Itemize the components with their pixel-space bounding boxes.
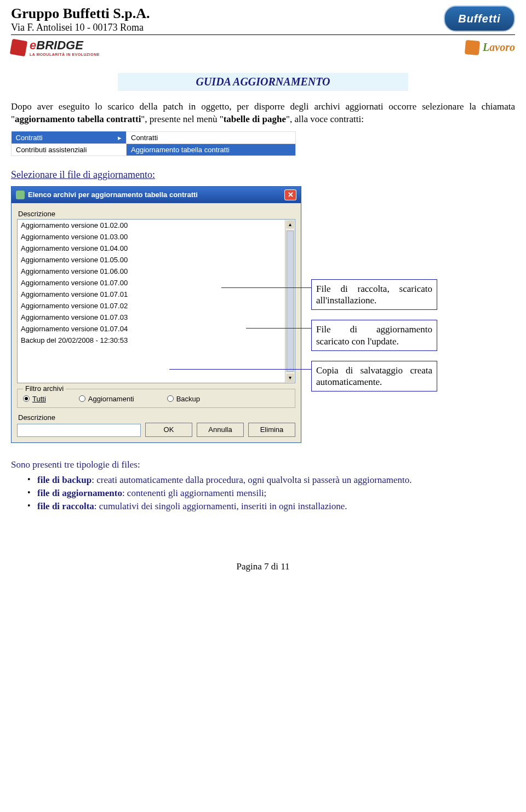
titlebar-left: Elenco archivi per aggiornamento tabella… bbox=[16, 191, 198, 199]
callout-line bbox=[169, 369, 312, 370]
radio-tutti[interactable]: Tutti bbox=[23, 395, 46, 403]
menu-left-contratti[interactable]: Contratti ▸ bbox=[12, 131, 127, 143]
callout-line bbox=[246, 328, 312, 329]
menu-left1-label: Contratti bbox=[16, 134, 43, 142]
delete-button-label: Elimina bbox=[260, 425, 284, 434]
radio-tutti-text: Tutti bbox=[32, 395, 46, 403]
callout-salvataggio: Copia di salvataggio creata automaticame… bbox=[311, 361, 437, 392]
intro-mid2: ", alla voce contratti: bbox=[286, 114, 364, 124]
window-icon bbox=[16, 191, 25, 199]
list-item[interactable]: Aggiornamento versione 01.07.00 bbox=[18, 277, 285, 289]
menu-right-aggiornamento[interactable]: Aggiornamento tabella contratti bbox=[127, 143, 296, 156]
ok-button-label: OK bbox=[164, 425, 174, 434]
listbox-items: Aggiornamento versione 01.02.00 Aggiorna… bbox=[18, 220, 285, 383]
intro-bold1: aggiornamento tabella contratti bbox=[15, 114, 141, 124]
menu-right-contratti[interactable]: Contratti bbox=[127, 131, 296, 143]
list-item[interactable]: Aggiornamento versione 01.04.00 bbox=[18, 243, 285, 254]
list-item[interactable]: Aggiornamento versione 01.02.00 bbox=[18, 220, 285, 231]
ebridge-sub: LA MODULARITÀ IN EVOLUZIONE bbox=[30, 53, 100, 56]
list-item[interactable]: Aggiornamento versione 01.05.00 bbox=[18, 254, 285, 266]
scroll-up-button[interactable]: ▴ bbox=[285, 220, 295, 229]
radio-backup[interactable]: Backup bbox=[167, 395, 200, 403]
list-item: file di raccolta: cumulativi dei singoli… bbox=[27, 501, 515, 512]
cancel-button-label: Annulla bbox=[208, 425, 232, 434]
company-address: Via F. Antolisei 10 - 00173 Roma bbox=[11, 22, 150, 33]
group-legend: Filtro archivi bbox=[23, 384, 66, 393]
b1-rest: : creati automaticamente dalla procedura… bbox=[92, 475, 411, 485]
buffetti-logo: Buffetti bbox=[444, 5, 515, 32]
cancel-button[interactable]: Annulla bbox=[197, 423, 244, 437]
ebridge-bridge: BRIDGE bbox=[36, 38, 83, 52]
close-icon: ✕ bbox=[288, 191, 294, 199]
intro-mid1: ", presente nel menù " bbox=[141, 114, 223, 124]
callout1-text: File di raccolta, scaricato all'installa… bbox=[316, 284, 432, 306]
buffetti-logo-text: Buffetti bbox=[458, 13, 501, 25]
descrizione2-label: Descrizione bbox=[18, 413, 295, 422]
radio-dot-icon bbox=[167, 395, 174, 402]
ebridge-e: e bbox=[30, 38, 36, 52]
lavoro-icon bbox=[465, 39, 480, 55]
lavoro-l: L bbox=[483, 41, 489, 53]
callout3-text: Copia di salvataggio creata automaticame… bbox=[316, 365, 432, 387]
list-item[interactable]: Aggiornamento versione 01.03.00 bbox=[18, 231, 285, 243]
callout2-text: File di aggiornamento scaricato con l'up… bbox=[316, 324, 432, 346]
list-item[interactable]: Aggiornamento versione 01.07.02 bbox=[18, 300, 285, 312]
delete-button[interactable]: Elimina bbox=[248, 423, 295, 437]
list-item: file di aggiornamento: contenenti gli ag… bbox=[27, 488, 515, 499]
radio-aggiornamenti[interactable]: Aggiornamenti bbox=[79, 395, 134, 403]
chevron-up-icon: ▴ bbox=[289, 221, 291, 227]
radio-dot-icon bbox=[79, 395, 85, 402]
close-button[interactable]: ✕ bbox=[284, 189, 296, 200]
list-item[interactable]: Aggiornamento versione 01.07.03 bbox=[18, 312, 285, 323]
window-inner: Descrizione Aggiornamento versione 01.02… bbox=[12, 203, 301, 442]
menu-left-contributi[interactable]: Contributi assistenziali bbox=[12, 143, 127, 156]
callouts-column: File di raccolta, scaricato all'installa… bbox=[311, 279, 437, 392]
titlebar[interactable]: Elenco archivi per aggiornamento tabella… bbox=[12, 187, 301, 203]
b2-bold: file di aggiornamento bbox=[37, 488, 122, 498]
b3-bold: file di raccolta bbox=[37, 501, 94, 511]
menu-right1-label: Contratti bbox=[131, 134, 158, 142]
intro-paragraph: Dopo aver eseguito lo scarico della patc… bbox=[11, 101, 515, 126]
b1-bold: file di backup bbox=[37, 475, 92, 485]
list-item[interactable]: Aggiornamento versione 01.06.00 bbox=[18, 266, 285, 277]
intro-bold2: tabelle di paghe bbox=[224, 114, 286, 124]
ebridge-text: eBRIDGE LA MODULARITÀ IN EVOLUZIONE bbox=[30, 38, 100, 56]
radio-aggiornamenti-label: Aggiornamenti bbox=[88, 395, 134, 403]
scrollbar[interactable]: ▴ ▾ bbox=[285, 220, 295, 383]
file-listbox[interactable]: Aggiornamento versione 01.02.00 Aggiorna… bbox=[17, 219, 295, 383]
list-item[interactable]: Aggiornamento versione 01.07.04 bbox=[18, 323, 285, 335]
window-title: Elenco archivi per aggiornamento tabella… bbox=[28, 191, 198, 199]
scroll-thumb[interactable] bbox=[287, 231, 294, 372]
scroll-down-button[interactable]: ▾ bbox=[285, 373, 295, 383]
ok-button[interactable]: OK bbox=[145, 423, 192, 437]
menu-left2-label: Contributi assistenziali bbox=[16, 146, 87, 154]
radio-tutti-label: Tutti bbox=[32, 395, 46, 403]
b3-rest: : cumulativi dei singoli aggiornamenti, … bbox=[94, 501, 347, 511]
b2-rest: : contenenti gli aggiornamenti mensili; bbox=[122, 488, 266, 498]
menu-right2-label: Aggiornamento tabella contratti bbox=[131, 146, 230, 154]
list-item[interactable]: Aggiornamento versione 01.07.01 bbox=[18, 289, 285, 300]
dialog-window: Elenco archivi per aggiornamento tabella… bbox=[11, 186, 301, 443]
company-block: Gruppo Buffetti S.p.A. Via F. Antolisei … bbox=[11, 5, 150, 33]
lavoro-rest: avoro bbox=[489, 41, 515, 53]
menu-screenshot: Contratti ▸ Contratti Contributi assiste… bbox=[11, 131, 296, 156]
descrizione-input[interactable] bbox=[17, 424, 141, 437]
ebridge-logo: eBRIDGE LA MODULARITÀ IN EVOLUZIONE bbox=[11, 38, 100, 56]
after-intro: Sono presenti tre tipologie di files: bbox=[11, 459, 515, 470]
callout-aggiornamento: File di aggiornamento scaricato con l'up… bbox=[311, 320, 437, 351]
lavoro-logo: Lavoro bbox=[465, 41, 515, 55]
logos-row: eBRIDGE LA MODULARITÀ IN EVOLUZIONE Lavo… bbox=[11, 38, 515, 56]
chevron-down-icon: ▾ bbox=[289, 375, 291, 381]
file-types-list: file di backup: creati automaticamente d… bbox=[11, 475, 515, 512]
submenu-arrow-icon: ▸ bbox=[118, 134, 122, 142]
callout-line bbox=[221, 287, 312, 288]
radio-dot-icon bbox=[23, 395, 30, 402]
radio-row: Tutti Aggiornamenti Backup bbox=[23, 395, 289, 403]
company-name: Gruppo Buffetti S.p.A. bbox=[11, 5, 150, 22]
document-header: Gruppo Buffetti S.p.A. Via F. Antolisei … bbox=[11, 5, 515, 33]
filtro-archivi-group: Filtro archivi Tutti Aggiornamenti Backu… bbox=[17, 389, 295, 408]
callout-raccolta: File di raccolta, scaricato all'installa… bbox=[311, 279, 437, 310]
descrizione-label: Descrizione bbox=[18, 210, 295, 218]
window-and-callouts-row: Elenco archivi per aggiornamento tabella… bbox=[11, 186, 515, 443]
list-item[interactable]: Backup del 20/02/2008 - 12:30:53 bbox=[18, 335, 285, 346]
